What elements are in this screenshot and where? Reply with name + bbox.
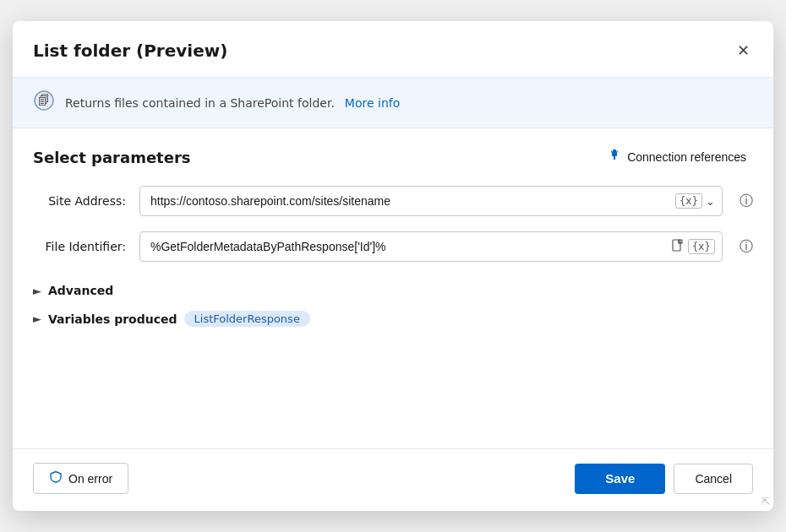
file-identifier-input-wrap: {x} <box>139 231 723 262</box>
file-identifier-input[interactable] <box>147 240 671 253</box>
section-header: Select parameters Connection references <box>33 145 753 169</box>
resize-handle: ⇱ <box>761 496 770 508</box>
file-identifier-info-icon[interactable]: ⓘ <box>740 238 753 256</box>
variables-section[interactable]: ► Variables produced ListFolderResponse <box>33 304 753 334</box>
svg-rect-7 <box>673 240 680 251</box>
variable-icon[interactable]: {x} <box>675 193 702 209</box>
connection-references-label: Connection references <box>627 150 746 164</box>
svg-rect-2 <box>613 149 616 152</box>
variable-badge[interactable]: ListFolderResponse <box>184 311 310 327</box>
svg-rect-3 <box>612 152 617 156</box>
site-address-input[interactable] <box>147 194 675 208</box>
site-address-label: Site Address: <box>33 194 126 208</box>
site-address-input-wrap: {x} ⌄ <box>139 186 723 216</box>
chevron-down-icon[interactable]: ⌄ <box>706 195 715 208</box>
dialog-title: List folder (Preview) <box>33 41 227 61</box>
connection-references-button[interactable]: Connection references <box>601 145 753 169</box>
svg-text:🗐: 🗐 <box>38 94 50 107</box>
site-address-info-icon[interactable]: ⓘ <box>740 193 753 210</box>
shield-icon <box>49 470 63 486</box>
advanced-label: Advanced <box>48 284 113 297</box>
advanced-chevron-icon: ► <box>33 285 41 297</box>
file-identifier-label: File Identifier: <box>33 240 126 253</box>
close-button[interactable]: ✕ <box>734 38 753 63</box>
variables-chevron-icon: ► <box>33 312 41 325</box>
info-banner: 🗐 Returns files contained in a SharePoin… <box>13 77 773 128</box>
svg-rect-4 <box>614 156 615 160</box>
plug-icon <box>608 149 621 166</box>
dialog-body: Select parameters Connection references <box>13 128 773 448</box>
sharepoint-icon: 🗐 <box>33 90 55 116</box>
cancel-button[interactable]: Cancel <box>674 464 753 494</box>
close-icon: ✕ <box>737 41 750 60</box>
on-error-label: On error <box>68 472 112 486</box>
svg-rect-6 <box>617 151 619 153</box>
variable-icon-2[interactable]: {x} <box>688 239 715 254</box>
section-title: Select parameters <box>33 149 191 166</box>
info-banner-text: Returns files contained in a SharePoint … <box>65 96 335 110</box>
site-address-row: Site Address: {x} ⌄ ⓘ <box>33 186 753 216</box>
more-info-link[interactable]: More info <box>345 96 400 110</box>
svg-rect-5 <box>611 151 613 153</box>
dialog-footer: On error Save Cancel <box>13 448 773 511</box>
file-identifier-icons: {x} <box>671 239 715 255</box>
save-button[interactable]: Save <box>575 464 665 494</box>
file-identifier-row: File Identifier: {x} ⓘ <box>33 231 753 262</box>
dialog-header: List folder (Preview) ✕ <box>13 21 773 77</box>
sharepoint-svg: 🗐 <box>33 90 55 111</box>
variables-label: Variables produced <box>48 312 177 326</box>
file-picker-icon[interactable] <box>671 239 685 255</box>
footer-actions: Save Cancel <box>575 464 753 494</box>
list-folder-dialog: List folder (Preview) ✕ 🗐 Returns files … <box>13 21 773 511</box>
site-address-icons: {x} ⌄ <box>675 193 715 209</box>
on-error-button[interactable]: On error <box>33 463 128 494</box>
advanced-section[interactable]: ► Advanced <box>33 277 753 304</box>
